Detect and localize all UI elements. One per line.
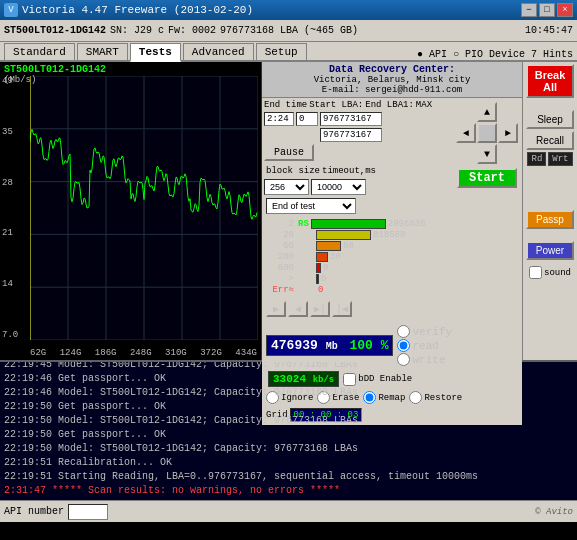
max-label: MAX	[416, 100, 432, 110]
transport-stop[interactable]: ◀	[288, 301, 308, 317]
nav-left[interactable]: ◄	[456, 123, 476, 143]
title-bar: V Victoria 4.47 Freeware (2013-02-20) − …	[0, 0, 577, 20]
sector-count-6: 0	[321, 274, 326, 284]
sound-check[interactable]	[529, 266, 542, 279]
end-time-label: End time	[264, 100, 307, 110]
title-controls: − □ ×	[521, 3, 573, 17]
sector-count-3: 68	[343, 241, 354, 251]
sector-count-1: 2996836	[388, 219, 426, 229]
ddd-checkbox[interactable]: bDD Enable	[343, 373, 412, 386]
hints-label[interactable]: Hints	[543, 49, 573, 60]
sector-count-5: 0	[323, 263, 328, 273]
graph-speed-label: (Mb/s)	[4, 75, 106, 85]
nav-up[interactable]: ▲	[477, 102, 497, 122]
nav-empty-tr	[498, 102, 518, 122]
tab-tests[interactable]: Tests	[130, 43, 181, 62]
log-line: 2:31:47 ***** Scan results: no warnings,…	[4, 484, 573, 498]
err-row: Err≈ 0	[266, 285, 518, 295]
pause-row: Pause	[264, 144, 452, 161]
end-of-test-select[interactable]: End of test	[266, 198, 356, 214]
nav-down[interactable]: ▼	[477, 144, 497, 164]
mb-display: 476939 Mb 100 %	[266, 335, 393, 356]
log-line: 22:19:50 Get passport... OK	[4, 428, 573, 442]
passp-button[interactable]: Passp	[526, 210, 574, 229]
end-lba2-row	[264, 128, 452, 142]
lba-info: 976773168 LBA (~465 GB)	[220, 25, 358, 36]
nav-center[interactable]	[477, 123, 497, 143]
mb-value: 476939	[271, 338, 318, 353]
performance-graph	[30, 76, 258, 340]
time-controls: End time Start LBA: End LBA1: MAX Pause	[264, 100, 452, 215]
right-sidebar: Break All Sleep Recall Rd Wrt Passp Powe…	[522, 62, 577, 360]
close-button[interactable]: ×	[557, 3, 573, 17]
drc-email: E-mail: sergei@hdd-911.com	[264, 85, 520, 95]
rs-tag: RS	[298, 219, 309, 229]
end-lba1-input[interactable]	[320, 112, 382, 126]
x-axis: 62G 124G 186G 248G 310G 372G 434G	[30, 348, 257, 358]
time-input[interactable]	[264, 112, 294, 126]
maximize-button[interactable]: □	[539, 3, 555, 17]
sector-label-600: 600	[266, 263, 294, 273]
sector-count-2: 818588	[373, 230, 405, 240]
write-radio[interactable]: write	[397, 353, 452, 366]
sound-checkbox[interactable]: sound	[529, 266, 571, 279]
sector-label-200: 200	[266, 252, 294, 262]
sector-label-gt: >	[266, 274, 294, 284]
nav-empty-bl	[456, 144, 476, 164]
api-number-input[interactable]	[68, 504, 108, 520]
tab-advanced[interactable]: Advanced	[183, 43, 254, 60]
rw-display: Rd Wrt	[527, 152, 572, 166]
transport-play[interactable]: ▶	[266, 301, 286, 317]
read-radio[interactable]: read	[397, 339, 452, 352]
pct-value: 100	[349, 338, 372, 353]
kbs-display: 33024 kb/s	[268, 371, 339, 387]
sleep-button[interactable]: Sleep	[526, 110, 574, 129]
transport-btns: ▶ ◀ ▶| |◀	[266, 301, 352, 317]
y-axis: 49 35 28 21 14 7.0	[2, 76, 18, 340]
data-recovery-banner: Data Recovery Center: Victoria, Belarus,…	[262, 62, 522, 98]
start-button[interactable]: Start	[457, 168, 517, 188]
start-lba-input[interactable]	[296, 112, 318, 126]
timeout-select[interactable]: 10000	[311, 179, 366, 195]
tab-setup[interactable]: Setup	[256, 43, 307, 60]
sn-info: SN: J29 c	[110, 25, 164, 36]
transport-end[interactable]: |◀	[332, 301, 352, 317]
pause-button[interactable]: Pause	[264, 144, 314, 161]
device-selector[interactable]: ● API ○ PIO Device 7	[417, 49, 537, 60]
block-label: block size	[266, 166, 320, 176]
remap-radio[interactable]: Remap	[363, 391, 405, 404]
nav-empty-tl	[456, 102, 476, 122]
read-write-options: verify read write	[397, 325, 452, 366]
restore-radio[interactable]: Restore	[409, 391, 462, 404]
transport-next[interactable]: ▶|	[310, 301, 330, 317]
sector-bar-4	[316, 252, 328, 262]
err-value: 0	[318, 285, 323, 295]
title-bar-left: V Victoria 4.47 Freeware (2013-02-20)	[4, 3, 253, 17]
break-all-button[interactable]: Break All	[526, 64, 574, 98]
power-button[interactable]: Power	[526, 241, 574, 260]
nav-start-area: ▲ ◄ ► ▼ Start	[454, 100, 520, 215]
drive-label: ST500LT012-1DG142	[4, 25, 106, 36]
tab-smart[interactable]: SMART	[77, 43, 128, 60]
sound-label-text: sound	[544, 268, 571, 278]
mb-unit: Mb	[326, 341, 338, 352]
timeout-label: timeout,ms	[322, 166, 376, 176]
nav-right[interactable]: ►	[498, 123, 518, 143]
end-lba2-input[interactable]	[320, 128, 382, 142]
graph-area: ST500LT012-1DG142 (Mb/s) 49 35 28 21 14 …	[0, 62, 262, 360]
kbs-unit: kb/s	[313, 375, 335, 385]
sector-row-3: 50 68	[266, 241, 518, 251]
block-size-select[interactable]: 256	[264, 179, 309, 195]
sector-bar-5	[316, 263, 321, 273]
drc-city: Victoria, Belarus, Minsk city	[264, 75, 520, 85]
verify-radio[interactable]: verify	[397, 325, 452, 338]
fw-info: Fw: 0002	[168, 25, 216, 36]
time-display: 10:45:47	[525, 25, 573, 36]
sector-label-2: 2	[266, 219, 294, 229]
tab-standard[interactable]: Standard	[4, 43, 75, 60]
minimize-button[interactable]: −	[521, 3, 537, 17]
err-label: Err≈	[266, 285, 294, 295]
recall-button[interactable]: Recall	[526, 131, 574, 150]
sector-bar-1	[311, 219, 386, 229]
sector-bars: 2 RS 2996836 20 818588 50 68 200	[264, 219, 520, 295]
